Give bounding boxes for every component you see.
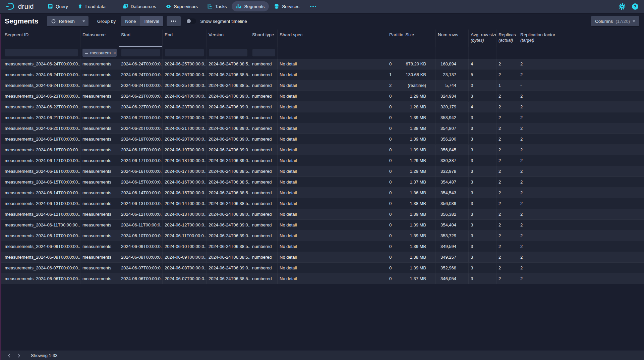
cell-segment-id[interactable]: measurements_2024-06-24T00:00:00.... [0,69,80,80]
cell-segment-id[interactable]: measurements_2024-06-12T00:00:00.... [0,209,80,219]
cell-replication-factor[interactable]: 2 [518,252,644,262]
cell-num-rows[interactable]: 320,179 [436,102,469,112]
cell-replicas[interactable]: 2 [496,102,518,112]
cell-shard-type[interactable]: numbered [250,188,278,198]
cell-end[interactable]: 2024-06-25T00:00:0... [163,59,207,69]
nav-item-query[interactable]: Query [43,1,72,11]
cell-num-rows[interactable]: 353,729 [436,230,469,241]
nav-item-services[interactable]: Services [270,1,304,11]
cell-num-rows[interactable]: 324,934 [436,91,469,101]
cell-num-rows[interactable]: 356,845 [436,145,469,155]
cell-segment-id[interactable]: measurements_2024-06-21T00:00:00.... [0,112,80,123]
column-header-replicas[interactable]: Replicas(actual) [496,30,518,47]
cell-partition[interactable]: 2 [387,80,403,91]
cell-start[interactable]: 2024-06-21T00:00:0... [119,112,163,123]
cell-replication-factor[interactable]: 2 [518,134,644,144]
cell-start[interactable]: 2024-06-10T00:00:0... [119,230,163,241]
cell-segment-id[interactable]: measurements_2024-06-19T00:00:00.... [0,134,80,144]
cell-shard-spec[interactable]: No detail [278,91,387,101]
cell-datasource[interactable]: measurements [80,188,119,198]
cell-end[interactable]: 2024-06-22T00:00:0... [163,112,207,123]
cell-size[interactable]: 1.39 MB [403,220,436,230]
cell-start[interactable]: 2024-06-15T00:00:0... [119,177,163,187]
cell-version[interactable]: 2024-06-24T06:38:5... [207,252,250,262]
cell-datasource[interactable]: measurements [80,263,119,273]
cell-datasource[interactable]: measurements [80,177,119,187]
cell-shard-spec[interactable]: No detail [278,273,387,284]
cell-replicas[interactable]: 2 [496,59,518,69]
cell-datasource[interactable]: measurements [80,220,119,230]
cell-shard-type[interactable]: numbered [250,155,278,166]
cell-avg-row-size[interactable]: 4 [469,59,496,69]
filter-input-start[interactable] [121,49,160,57]
cell-size[interactable]: 1.29 MB [403,166,436,176]
cell-version[interactable]: 2024-06-24T06:38:5... [207,241,250,252]
cell-partition[interactable]: 0 [387,145,403,155]
cell-end[interactable]: 2024-06-09T00:00:0... [163,252,207,262]
cell-replicas[interactable]: 2 [496,273,518,284]
cell-segment-id[interactable]: measurements_2024-06-15T00:00:00.... [0,177,80,187]
cell-end[interactable]: 2024-06-25T00:00:0... [163,69,207,80]
cell-partition[interactable]: 0 [387,188,403,198]
cell-shard-spec[interactable]: No detail [278,241,387,252]
cell-end[interactable]: 2024-06-19T00:00:0... [163,145,207,155]
cell-start[interactable]: 2024-06-08T00:00:0... [119,252,163,262]
cell-size[interactable]: 1.38 MB [403,252,436,262]
cell-shard-type[interactable]: numbered [250,273,278,284]
cell-shard-spec[interactable]: No detail [278,263,387,273]
filter-input-end[interactable] [165,49,204,57]
cell-replication-factor[interactable]: 2 [518,166,644,176]
column-header-replication-factor[interactable]: Replication factor(target) [518,30,644,47]
cell-end[interactable]: 2024-06-14T00:00:0... [163,198,207,209]
cell-datasource[interactable]: measurements [80,112,119,123]
cell-replicas[interactable]: 2 [496,166,518,176]
cell-shard-type[interactable]: numbered [250,112,278,123]
cell-avg-row-size[interactable]: 3 [469,273,496,284]
cell-segment-id[interactable]: measurements_2024-06-10T00:00:00.... [0,230,80,241]
cell-partition[interactable]: 0 [387,134,403,144]
cell-segment-id[interactable]: measurements_2024-06-09T00:00:00.... [0,241,80,252]
cell-version[interactable]: 2024-06-24T06:38:5... [207,177,250,187]
nav-item-segments[interactable]: Segments [232,1,269,11]
cell-replicas[interactable]: 2 [496,230,518,241]
cell-size[interactable]: 1.29 MB [403,155,436,166]
cell-end[interactable]: 2024-06-16T00:00:0... [163,177,207,187]
cell-avg-row-size[interactable]: 3 [469,188,496,198]
cell-num-rows[interactable]: 356,200 [436,134,469,144]
cell-num-rows[interactable]: 5,744 [436,80,469,91]
cell-shard-type[interactable]: numbered [250,145,278,155]
cell-shard-spec[interactable]: No detail [278,134,387,144]
cell-version[interactable]: 2024-06-24T06:39:0... [207,123,250,134]
cell-avg-row-size[interactable]: 3 [469,209,496,219]
filter-input-shard-type[interactable] [252,49,275,57]
cell-version[interactable]: 2024-06-24T06:39:0... [207,134,250,144]
cell-version[interactable]: 2024-06-24T06:39:0... [207,112,250,123]
cell-end[interactable]: 2024-06-17T00:00:0... [163,166,207,176]
cell-start[interactable]: 2024-06-12T00:00:0... [119,209,163,219]
cell-num-rows[interactable]: 23,137 [436,69,469,80]
cell-partition[interactable]: 0 [387,91,403,101]
group-by-none-button[interactable]: None [121,16,140,26]
cell-version[interactable]: 2024-06-24T06:38:5... [207,273,250,284]
cell-version[interactable]: 2024-06-24T06:39:0... [207,145,250,155]
cell-avg-row-size[interactable]: 3 [469,155,496,166]
column-header-num-rows[interactable]: Num rows [436,30,469,47]
cell-replicas[interactable]: 1 [496,80,518,91]
cell-shard-type[interactable]: numbered [250,69,278,80]
cell-replicas[interactable]: 2 [496,134,518,144]
cell-avg-row-size[interactable]: 3 [469,241,496,252]
column-header-size[interactable]: Size [403,30,436,47]
cell-shard-spec[interactable]: No detail [278,155,387,166]
nav-item-datasources[interactable]: Datasources [118,1,161,11]
cell-avg-row-size[interactable]: 3 [469,230,496,241]
cell-size[interactable]: 1.38 MB [403,123,436,134]
column-header-datasource[interactable]: Datasource [80,30,119,47]
filter-input-segment-id[interactable] [5,49,78,57]
cell-num-rows[interactable]: 356,039 [436,198,469,209]
cell-datasource[interactable]: measurements [80,91,119,101]
cell-num-rows[interactable]: 354,404 [436,220,469,230]
cell-version[interactable]: 2024-06-24T06:39:0... [207,91,250,101]
cell-shard-spec[interactable]: No detail [278,69,387,80]
cell-num-rows[interactable]: 356,382 [436,209,469,219]
cell-avg-row-size[interactable]: 3 [469,198,496,209]
